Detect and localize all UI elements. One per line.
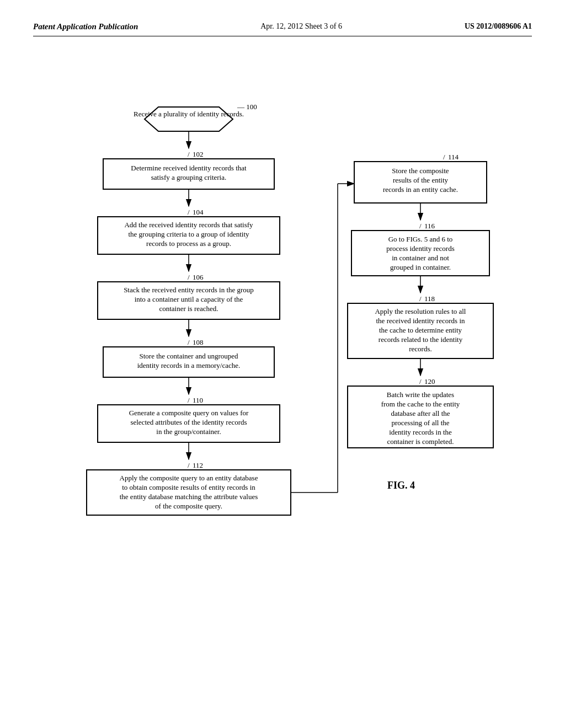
svg-text:/: / <box>419 295 422 303</box>
svg-text:110: 110 <box>193 396 203 404</box>
svg-text:to obtain composite results of: to obtain composite results of entity re… <box>122 483 255 491</box>
svg-rect-57 <box>351 231 489 276</box>
svg-text:104: 104 <box>193 208 204 216</box>
svg-text:— 100: — 100 <box>237 103 257 111</box>
header-left: Patent Application Publication <box>33 22 138 31</box>
svg-rect-27 <box>103 347 274 377</box>
header-right: US 2012/0089606 A1 <box>465 22 532 31</box>
svg-text:102: 102 <box>193 150 204 158</box>
svg-text:Batch write the updates: Batch write the updates <box>387 390 454 399</box>
svg-rect-40 <box>87 470 291 515</box>
svg-text:satisfy a grouping criteria.: satisfy a grouping criteria. <box>151 173 226 181</box>
svg-text:112: 112 <box>193 461 203 469</box>
svg-text:116: 116 <box>424 222 435 230</box>
svg-text:Store the container and ungrou: Store the container and ungrouped <box>139 352 238 360</box>
svg-text:Store the composite: Store the composite <box>392 167 449 175</box>
svg-text:container is completed.: container is completed. <box>387 437 454 446</box>
svg-rect-7 <box>103 159 274 189</box>
svg-text:Generate a composite query on : Generate a composite query on values for <box>129 409 249 417</box>
svg-marker-1 <box>145 107 233 131</box>
svg-rect-50 <box>354 162 487 203</box>
svg-text:records related to the identit: records related to the identity <box>379 335 463 344</box>
svg-text:/: / <box>188 338 190 346</box>
svg-rect-74 <box>348 386 493 448</box>
svg-text:Receive a plurality of identit: Receive a plurality of identity records. <box>134 110 244 118</box>
svg-text:108: 108 <box>193 338 204 346</box>
svg-text:Determine received identity re: Determine received identity records that <box>131 164 247 172</box>
svg-text:Stack the received entity reco: Stack the received entity records in the… <box>124 286 254 294</box>
flowchart: Receive a plurality of identity records.… <box>45 69 520 676</box>
svg-text:grouped in container.: grouped in container. <box>390 263 451 271</box>
svg-rect-20 <box>98 282 280 319</box>
svg-text:the entity database matching t: the entity database matching the attribu… <box>120 493 258 501</box>
svg-text:from the cache to the entity: from the cache to the entity <box>381 400 460 408</box>
svg-text:container is reached.: container is reached. <box>159 304 218 313</box>
svg-rect-65 <box>348 303 493 358</box>
svg-text:database after all the: database after all the <box>391 409 450 417</box>
svg-text:/: / <box>188 396 190 404</box>
svg-text:selected attributes of the ide: selected attributes of the identity reco… <box>130 418 247 426</box>
svg-text:/: / <box>188 273 190 281</box>
svg-rect-13 <box>98 217 280 254</box>
svg-rect-33 <box>98 405 280 442</box>
svg-text:120: 120 <box>424 377 435 386</box>
svg-text:Go to FIGs. 5 and 6 to: Go to FIGs. 5 and 6 to <box>388 235 453 243</box>
svg-text:/: / <box>188 208 190 216</box>
svg-text:114: 114 <box>448 153 459 161</box>
svg-text:results of the entity: results of the entity <box>393 176 449 184</box>
svg-text:/: / <box>419 377 422 386</box>
svg-text:118: 118 <box>424 295 435 303</box>
svg-text:in container and not: in container and not <box>392 254 449 262</box>
svg-text:/: / <box>419 222 422 230</box>
svg-text:in the group/container.: in the group/container. <box>156 427 221 436</box>
svg-text:identity records in a memory/c: identity records in a memory/cache. <box>137 361 241 370</box>
svg-text:identity records in the: identity records in the <box>389 428 452 436</box>
header-center: Apr. 12, 2012 Sheet 3 of 6 <box>260 22 342 31</box>
svg-text:into a container until a capac: into a container until a capacity of the <box>135 295 243 303</box>
svg-text:106: 106 <box>193 273 204 281</box>
svg-text:records.: records. <box>409 345 432 353</box>
svg-text:processing of all the: processing of all the <box>391 419 449 427</box>
svg-text:Add the received identity reco: Add the received identity records that s… <box>124 221 253 229</box>
svg-text:Apply the composite query to a: Apply the composite query to an entity d… <box>120 474 258 482</box>
svg-text:/: / <box>443 153 445 161</box>
svg-text:the received identity records : the received identity records in <box>376 317 465 325</box>
svg-text:records to process as a group.: records to process as a group. <box>146 239 231 248</box>
svg-text:/: / <box>188 461 190 469</box>
page: Patent Application Publication Apr. 12, … <box>0 0 565 728</box>
svg-text:the grouping criteria to a gro: the grouping criteria to a group of iden… <box>128 230 249 238</box>
svg-text:of the composite query.: of the composite query. <box>155 502 222 510</box>
svg-text:Apply the resolution rules to : Apply the resolution rules to all <box>375 307 466 315</box>
svg-text:process identity records: process identity records <box>386 244 454 253</box>
header: Patent Application Publication Apr. 12, … <box>33 22 532 36</box>
svg-text:/: / <box>188 150 190 158</box>
svg-text:records in an entity cache.: records in an entity cache. <box>383 185 458 194</box>
svg-text:FIG. 4: FIG. 4 <box>387 480 415 491</box>
svg-text:the cache to determine entity: the cache to determine entity <box>379 326 462 334</box>
